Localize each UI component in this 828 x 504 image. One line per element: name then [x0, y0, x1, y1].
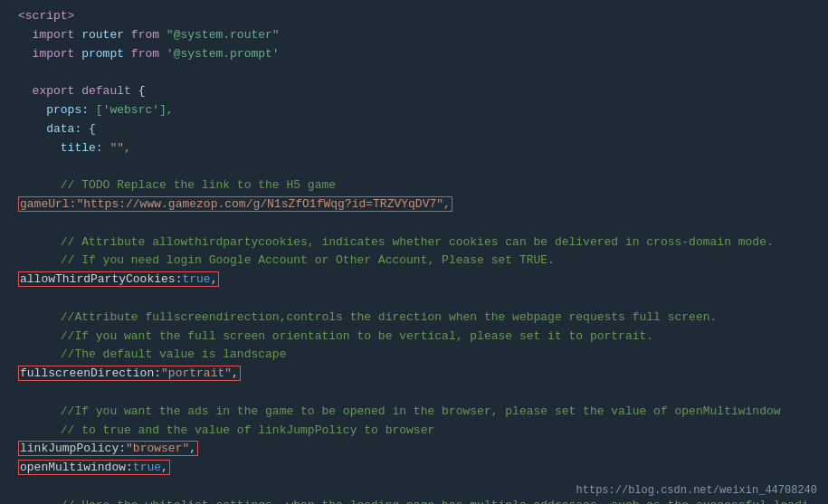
line-import-router: import router from "@system.router" — [0, 26, 828, 45]
token: //The default value is landscape — [18, 346, 286, 365]
token: import — [18, 26, 81, 45]
token: //If you want the full screen orientatio… — [18, 328, 653, 347]
token: "", — [109, 139, 130, 158]
line-comment-attr1: // Attribute allowthirdpartycookies, ind… — [0, 233, 828, 252]
token-true2: true — [133, 461, 161, 474]
line-comment-fs1: //Attribute fullscreendirection,controls… — [0, 309, 828, 328]
line-blank — [0, 63, 828, 82]
line-script-tag: <script> — [0, 7, 828, 26]
token: title: — [18, 139, 109, 158]
token: props: — [18, 101, 96, 120]
code-editor: <script> import router from "@system.rou… — [0, 0, 828, 504]
line-comment-attr2: // If you need login Google Account or O… — [0, 252, 828, 271]
token: <script> — [18, 7, 74, 26]
token: // to true and the value of linkJumpPoli… — [18, 422, 434, 441]
token-true: true — [182, 272, 210, 286]
token: // If you need login Google Account or O… — [18, 252, 555, 271]
highlighted-linkjump: linkJumpPolicy:"browser", — [18, 441, 198, 456]
line-comment-ads2: // to true and the value of linkJumpPoli… — [0, 422, 828, 441]
token: //Attribute fullscreendirection,controls… — [18, 309, 717, 328]
line-gameurl: gameUrl:"https://www.gamezop.com/g/N1sZf… — [0, 195, 828, 214]
highlighted-fullscreen: fullscreenDirection:"portrait", — [18, 366, 241, 381]
watermark: https://blog.csdn.net/weixin_44708240 — [576, 484, 817, 497]
highlighted-openmulti: openMultiwindow:true, — [18, 460, 170, 475]
token-portrait: "portrait" — [161, 366, 232, 380]
line-blank4 — [0, 290, 828, 309]
token: import — [18, 45, 81, 64]
token: // Here the whitelist settings, when the… — [18, 497, 809, 504]
token-browser: "browser" — [126, 442, 189, 455]
token-openmulti: openMultiwindow:true, — [18, 459, 170, 478]
token: // TODO Replace the link to the H5 game — [18, 176, 336, 195]
line-comment-wl: // Here the whitelist settings, when the… — [0, 497, 828, 504]
highlighted-allowthird: allowThirdPartyCookies:true, — [18, 271, 219, 287]
line-title: title: "", — [0, 139, 828, 158]
line-blank2 — [0, 157, 828, 176]
token-allowthird: allowThirdPartyCookies:true, — [18, 271, 219, 290]
line-props: props: ['websrc'], — [0, 101, 828, 120]
line-openmulti: openMultiwindow:true, — [0, 459, 828, 478]
line-blank3 — [0, 214, 828, 233]
token-gameurl: gameUrl:"https://www.gamezop.com/g/N1sZf… — [18, 195, 452, 214]
token: default — [81, 82, 138, 101]
token: from — [131, 45, 167, 64]
line-fullscreen: fullscreenDirection:"portrait", — [0, 365, 828, 384]
token: from — [131, 26, 167, 45]
token: "@system.router" — [167, 26, 280, 45]
token: ['websrc'], — [96, 101, 174, 120]
line-linkjump: linkJumpPolicy:"browser", — [0, 440, 828, 459]
token-linkjump: linkJumpPolicy:"browser", — [18, 440, 198, 459]
token: // Attribute allowthirdpartycookies, ind… — [18, 233, 774, 252]
token-fullscreen: fullscreenDirection:"portrait", — [18, 365, 241, 384]
line-export-default: export default { — [0, 82, 828, 101]
line-blank5 — [0, 384, 828, 403]
line-import-prompt: import prompt from '@system.prompt' — [0, 45, 828, 64]
line-allowthird: allowThirdPartyCookies:true, — [0, 271, 828, 290]
token: router — [81, 26, 131, 45]
highlighted-gameurl: gameUrl:"https://www.gamezop.com/g/N1sZf… — [18, 196, 452, 212]
token: data: { — [18, 120, 96, 139]
line-comment-fs2: //If you want the full screen orientatio… — [0, 328, 828, 347]
token: { — [138, 82, 146, 101]
token: export — [18, 82, 81, 101]
line-data-open: data: { — [0, 120, 828, 139]
line-comment-todo: // TODO Replace the link to the H5 game — [0, 176, 828, 195]
token: prompt — [81, 45, 131, 64]
line-comment-ads1: //If you want the ads in the game to be … — [0, 403, 828, 422]
token: //If you want the ads in the game to be … — [18, 403, 781, 422]
line-comment-fs3: //The default value is landscape — [0, 346, 828, 365]
token: '@system.prompt' — [167, 45, 280, 64]
